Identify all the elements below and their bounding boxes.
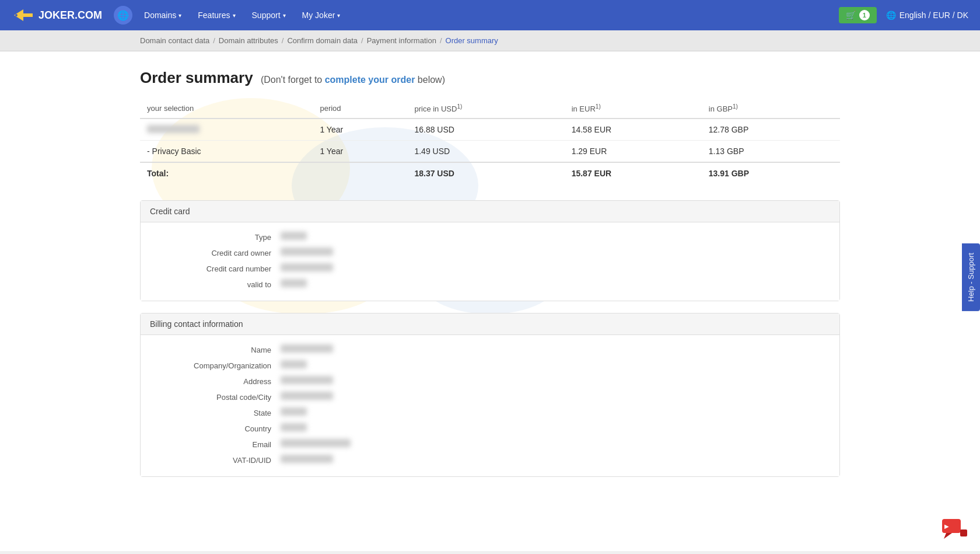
billing-section: Billing contact information Name Company…: [140, 313, 840, 477]
cart-button[interactable]: 🛒 1: [839, 7, 877, 23]
row2-gbp: 1.13 GBP: [702, 141, 840, 163]
order-row-2: - Privacy Basic 1 Year 1.49 USD 1.29 EUR…: [140, 141, 840, 163]
company-value: [281, 360, 825, 370]
blurred-state: [281, 407, 307, 416]
nav-support[interactable]: Support ▾: [245, 7, 293, 23]
breadcrumb-sep: /: [361, 36, 363, 45]
navbar: JOKER.COM 🌐 Domains ▾ Features ▾ Support…: [0, 0, 980, 30]
total-eur: 15.87 EUR: [565, 162, 702, 184]
row2-period: 1 Year: [313, 141, 407, 163]
col-gbp: in GBP1): [702, 99, 840, 119]
vat-label: VAT-ID/UID: [155, 455, 271, 465]
address-value: [281, 376, 825, 386]
row2-eur: 1.29 EUR: [565, 141, 702, 163]
help-sidebar[interactable]: Help - Support: [962, 243, 980, 311]
name-value: [281, 344, 825, 354]
total-usd: 18.37 USD: [407, 162, 564, 184]
breadcrumb-item-payment[interactable]: Payment information: [367, 36, 436, 45]
breadcrumb-item-attributes[interactable]: Domain attributes: [219, 36, 278, 45]
address-label: Address: [155, 376, 271, 386]
row1-usd: 16.88 USD: [407, 119, 564, 141]
blurred-owner: [281, 248, 333, 256]
col-usd: price in USD1): [407, 99, 564, 119]
country-value: [281, 423, 825, 433]
globe-icon[interactable]: 🌐: [114, 6, 132, 25]
col-eur: in EUR1): [565, 99, 702, 119]
breadcrumb-item-confirm[interactable]: Confirm domain data: [287, 36, 358, 45]
page-subtitle: (Don't forget to complete your order bel…: [261, 75, 445, 85]
owner-value: [281, 248, 825, 257]
brand-name: JOKER.COM: [38, 9, 102, 22]
valid-to-value: [281, 279, 825, 289]
breadcrumb: Domain contact data / Domain attributes …: [0, 30, 980, 51]
state-value: [281, 407, 825, 417]
main-content: Order summary (Don't forget to complete …: [0, 51, 980, 551]
cart-count: 1: [859, 10, 870, 20]
billing-body: Name Company/Organization Address Postal…: [141, 335, 839, 476]
owner-label: Credit card owner: [155, 248, 271, 257]
credit-card-body: Type Credit card owner Credit card numbe…: [141, 222, 839, 301]
row2-usd: 1.49 USD: [407, 141, 564, 163]
name-label: Name: [155, 344, 271, 354]
breadcrumb-item-contact[interactable]: Domain contact data: [140, 36, 209, 45]
country-label: Country: [155, 423, 271, 433]
chevron-down-icon: ▾: [178, 12, 181, 19]
breadcrumb-sep: /: [440, 36, 442, 45]
page-title: Order summary (Don't forget to complete …: [140, 69, 840, 87]
card-number-value: [281, 263, 825, 273]
email-value: [281, 439, 825, 449]
credit-card-grid: Type Credit card owner Credit card numbe…: [155, 232, 825, 289]
breadcrumb-item-summary[interactable]: Order summary: [446, 36, 498, 45]
chevron-down-icon: ▾: [233, 12, 236, 19]
credit-card-header: Credit card: [141, 201, 839, 222]
brand-logo[interactable]: JOKER.COM: [12, 7, 102, 23]
credit-card-section: Credit card Type Credit card owner Credi…: [140, 200, 840, 301]
type-label: Type: [155, 232, 271, 242]
row1-gbp: 12.78 GBP: [702, 119, 840, 141]
chat-widget-icon: ▶: [939, 513, 968, 542]
blurred-domain-name: [147, 125, 200, 133]
billing-grid: Name Company/Organization Address Postal…: [155, 344, 825, 465]
col-period: period: [313, 99, 407, 119]
row1-period: 1 Year: [313, 119, 407, 141]
blurred-country: [281, 423, 307, 431]
col-selection: your selection: [140, 99, 313, 119]
breadcrumb-sep: /: [213, 36, 215, 45]
lang-label: English / EUR / DK: [900, 11, 968, 20]
order-table: your selection period price in USD1) in …: [140, 99, 840, 184]
state-label: State: [155, 407, 271, 417]
cart-icon: 🛒: [846, 11, 856, 20]
svg-point-1: [15, 14, 18, 16]
blurred-company: [281, 360, 307, 368]
logo-icon: [12, 7, 34, 23]
blurred-type: [281, 232, 307, 240]
chevron-down-icon: ▾: [337, 12, 340, 19]
total-period: [313, 162, 407, 184]
language-selector[interactable]: 🌐 English / EUR / DK: [886, 11, 968, 20]
email-label: Email: [155, 439, 271, 449]
breadcrumb-sep: /: [282, 36, 284, 45]
chat-widget[interactable]: ▶: [939, 513, 968, 542]
row1-selection: [140, 119, 313, 141]
svg-rect-4: [960, 529, 967, 536]
postal-label: Postal code/City: [155, 392, 271, 402]
svg-text:▶: ▶: [944, 523, 949, 529]
blurred-valid-to: [281, 279, 307, 287]
blurred-email: [281, 439, 351, 447]
nav-features[interactable]: Features ▾: [191, 7, 242, 23]
chevron-down-icon: ▾: [283, 12, 286, 19]
order-row-1: 1 Year 16.88 USD 14.58 EUR 12.78 GBP: [140, 119, 840, 141]
billing-header: Billing contact information: [141, 313, 839, 335]
order-total-row: Total: 18.37 USD 15.87 EUR 13.91 GBP: [140, 162, 840, 184]
vat-value: [281, 455, 825, 465]
svg-marker-3: [944, 533, 952, 539]
blurred-name: [281, 344, 333, 353]
card-number-label: Credit card number: [155, 263, 271, 273]
nav-my-joker[interactable]: My Joker ▾: [295, 7, 348, 23]
total-label: Total:: [140, 162, 313, 184]
nav-domains[interactable]: Domains ▾: [137, 7, 188, 23]
complete-order-link[interactable]: complete your order: [325, 75, 415, 85]
valid-to-label: valid to: [155, 279, 271, 289]
navbar-links: Domains ▾ Features ▾ Support ▾ My Joker …: [137, 7, 839, 23]
blurred-card-number: [281, 263, 333, 271]
